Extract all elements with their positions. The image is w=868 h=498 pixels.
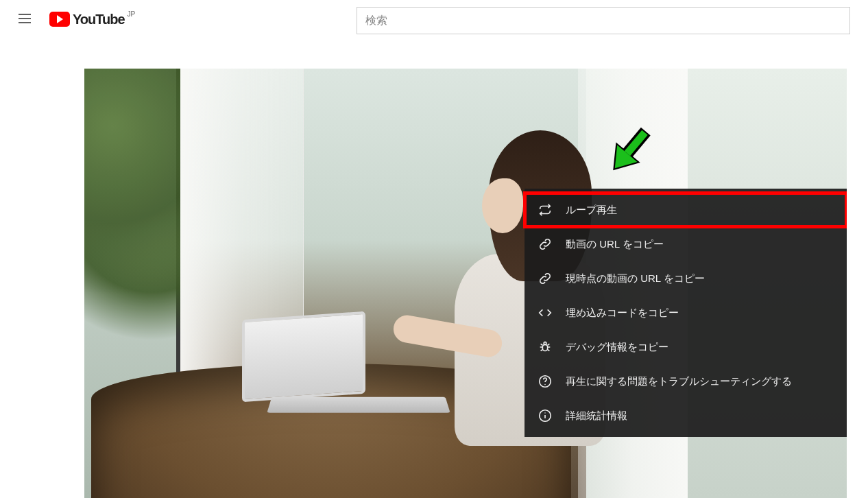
help-icon: [537, 373, 553, 390]
svg-point-5: [544, 412, 545, 413]
youtube-logo[interactable]: YouTube JP: [49, 12, 135, 27]
video-context-menu: ループ再生 動画の URL をコピー 現時点の動画の URL をコピー 埋め込み…: [525, 189, 847, 437]
header: YouTube JP: [0, 0, 868, 38]
video-player[interactable]: ループ再生 動画の URL をコピー 現時点の動画の URL をコピー 埋め込み…: [84, 69, 847, 498]
menu-label: ループ再生: [566, 204, 834, 217]
bug-icon: [537, 339, 553, 355]
menu-label: 再生に関する問題をトラブルシューティングする: [566, 375, 834, 388]
search-container: [357, 7, 850, 34]
menu-label: 埋め込みコードをコピー: [566, 307, 834, 320]
svg-rect-1: [542, 344, 547, 351]
link-icon: [537, 236, 553, 252]
loop-icon: [537, 202, 553, 218]
svg-point-3: [544, 384, 545, 385]
menu-item-loop[interactable]: ループ再生: [525, 193, 847, 227]
menu-label: 現時点の動画の URL をコピー: [566, 272, 834, 285]
menu-item-copy-url[interactable]: 動画の URL をコピー: [525, 227, 847, 261]
menu-item-troubleshoot[interactable]: 再生に関する問題をトラブルシューティングする: [525, 364, 847, 399]
menu-item-copy-url-at-time[interactable]: 現時点の動画の URL をコピー: [525, 261, 847, 296]
hamburger-menu-button[interactable]: [11, 5, 38, 33]
menu-item-copy-debug[interactable]: デバッグ情報をコピー: [525, 330, 847, 364]
menu-item-copy-embed[interactable]: 埋め込みコードをコピー: [525, 296, 847, 330]
info-icon: [537, 407, 553, 424]
menu-label: デバッグ情報をコピー: [566, 341, 834, 354]
link-icon: [537, 270, 553, 287]
embed-icon: [537, 305, 553, 321]
logo-region: JP: [128, 10, 136, 18]
hamburger-icon: [16, 10, 33, 29]
menu-label: 動画の URL をコピー: [566, 238, 834, 251]
logo-text: YouTube: [73, 12, 125, 27]
menu-label: 詳細統計情報: [566, 410, 834, 423]
menu-item-stats[interactable]: 詳細統計情報: [525, 399, 847, 433]
search-input[interactable]: [357, 7, 850, 34]
youtube-play-icon: [49, 12, 70, 27]
